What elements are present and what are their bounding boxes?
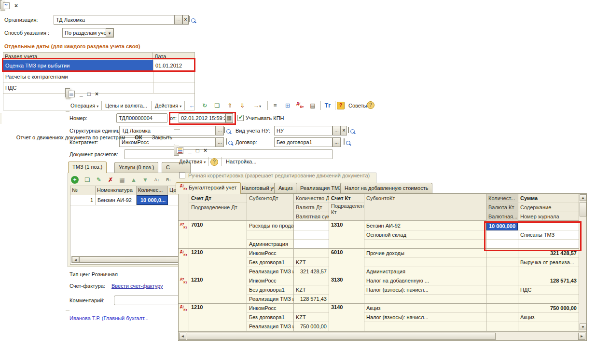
kt-subconto2[interactable]: Налог (взносы): начисл...: [364, 285, 486, 295]
scroll-thumb[interactable]: [580, 202, 586, 216]
hdr-kt-currency-amount[interactable]: Валютная...: [486, 212, 518, 221]
dt-subconto3[interactable]: Реализация ТМЗ и у...: [247, 267, 293, 276]
table-row[interactable]: НДС: [3, 82, 194, 94]
hdr-kt-department[interactable]: Подразделение Кт: [329, 203, 364, 216]
scroll-thumb[interactable]: [187, 333, 496, 340]
maximize-icon[interactable]: □: [87, 91, 91, 97]
kt-currency-cell[interactable]: [486, 258, 518, 267]
add-row-icon[interactable]: +: [71, 176, 79, 184]
kt-subconto3[interactable]: [364, 240, 486, 248]
template-icon[interactable]: Тг: [323, 101, 333, 110]
sum-cell[interactable]: 128 571,43: [518, 276, 579, 285]
sum-cell[interactable]: 321 428,57: [518, 249, 579, 258]
dt-qty-cell[interactable]: [294, 304, 329, 313]
tab-services[interactable]: Услуги (0 поз.): [114, 162, 158, 173]
copy-add-icon[interactable]: ❏: [212, 101, 222, 110]
sort-asc-icon[interactable]: А↓: [152, 175, 162, 185]
dt-subconto2[interactable]: Без договора1: [247, 313, 293, 322]
contract-search-icon[interactable]: [344, 138, 345, 145]
kt-currency-cell[interactable]: [486, 313, 518, 322]
content-cell[interactable]: Акциз: [518, 313, 579, 322]
nu-field[interactable]: НУ: [274, 126, 333, 135]
section-cell[interactable]: НДС: [3, 82, 153, 93]
dt-subconto2[interactable]: Без договора1: [247, 258, 293, 267]
dt-currency-cell[interactable]: KZT: [294, 285, 329, 295]
kt-curamount-cell[interactable]: [486, 240, 518, 248]
method-dropdown-icon[interactable]: [106, 28, 113, 37]
menu-operation[interactable]: Операция ▾: [69, 101, 100, 110]
close-icon[interactable]: ×: [95, 91, 98, 97]
advice-icon[interactable]: ?: [337, 102, 345, 109]
movement-row[interactable]: ДтКт 1210 ИнкомРоссБез договора1Реализац…: [179, 249, 579, 276]
help-icon[interactable]: ?: [367, 101, 374, 109]
sort-desc-icon[interactable]: Я↓: [164, 175, 173, 185]
doc-date-field[interactable]: 02.01.2012 15:59:22: [179, 113, 225, 123]
dt-subconto3[interactable]: Реализация ТМЗ и у...: [247, 295, 293, 303]
contractor-search-icon[interactable]: [226, 138, 227, 145]
copy-row-icon[interactable]: ❏: [83, 175, 92, 185]
journal-cell[interactable]: [518, 322, 579, 331]
hdr-quantity[interactable]: Количест...: [486, 194, 518, 203]
window-sales-titlebar[interactable]: Реализация ТМЗ и услуг: Реализация. Пров…: [66, 89, 70, 99]
delete-row-icon[interactable]: ✗: [106, 175, 115, 185]
kt-subconto1[interactable]: Акциз: [364, 304, 486, 313]
org-choose-button[interactable]: [174, 15, 182, 25]
dt-qty-cell[interactable]: [294, 221, 329, 230]
dt-account-cell[interactable]: 1210: [189, 249, 247, 276]
dt-subconto3[interactable]: Администрация: [247, 240, 293, 248]
kt-subconto2[interactable]: [364, 258, 486, 267]
scroll-down-icon[interactable]: ▼: [580, 324, 586, 330]
advice-label[interactable]: Советы: [347, 101, 369, 110]
contractor-choose-button[interactable]: [216, 137, 224, 147]
hdr-dt-department[interactable]: Подразделение Дт: [189, 203, 247, 212]
movements-hscrollbar[interactable]: ◄ ►: [179, 331, 586, 340]
calendar-icon[interactable]: [225, 113, 233, 123]
quantity-cell[interactable]: 10 000,000: [486, 221, 518, 230]
close-button[interactable]: Закрыть: [147, 132, 177, 143]
ok-button[interactable]: ОК: [130, 132, 147, 143]
dt-qty-cell[interactable]: [294, 276, 329, 285]
menu-actions[interactable]: Действия ▾: [153, 101, 183, 110]
col-header-date[interactable]: Дата: [153, 53, 194, 60]
dt-account-cell[interactable]: 7010: [189, 221, 247, 248]
kt-account-cell[interactable]: 3140: [329, 304, 364, 331]
post-document-icon[interactable]: ⇑: [225, 101, 235, 110]
kt-subconto1[interactable]: Налог на добавленную ...: [364, 276, 486, 285]
dt-subconto2[interactable]: Без договора1: [247, 285, 293, 295]
col-header-section[interactable]: Раздел учета: [3, 53, 153, 60]
kt-currency-cell[interactable]: [486, 230, 518, 240]
structure-icon[interactable]: ≡: [270, 101, 280, 110]
move-up-icon[interactable]: ▲: [129, 175, 139, 185]
dt-subconto2[interactable]: [247, 230, 293, 240]
nomenclature-cell[interactable]: Бензин АИ-92: [96, 195, 137, 205]
tab-excise[interactable]: Акциз: [274, 183, 297, 193]
dt-account-cell[interactable]: 1210: [189, 276, 247, 303]
quantity-cell[interactable]: [486, 249, 518, 258]
hdr-content[interactable]: Содержание: [518, 203, 579, 212]
col-header-nomenclature[interactable]: Номенклатура: [96, 186, 137, 195]
dt-subconto1[interactable]: ИнкомРосс: [247, 249, 293, 258]
col-header-quantity[interactable]: Количес...: [137, 186, 168, 195]
date-cell[interactable]: 01.01.2012: [153, 60, 194, 71]
sum-cell[interactable]: [518, 221, 579, 230]
manual-correction-checkbox[interactable]: [179, 172, 185, 178]
content-cell[interactable]: Списаны ТМЗ: [518, 230, 579, 240]
dt-curamount-cell[interactable]: 750 000,00: [294, 322, 329, 331]
dt-subconto1[interactable]: Расходы по продажа...: [247, 221, 293, 230]
quantity-cell[interactable]: [486, 276, 518, 285]
journal-cell[interactable]: [518, 295, 579, 303]
movement-row[interactable]: ДтКт 1210 ИнкомРоссБез договора1Реализац…: [179, 276, 579, 304]
kt-account-cell[interactable]: 6010: [329, 249, 364, 276]
window-date-titlebar[interactable]: Дата актуальности учета: Дата актуальнос…: [0, 0, 5, 11]
kt-curamount-cell[interactable]: [486, 295, 518, 303]
invoice-link[interactable]: Ввести счет-фактуру: [111, 281, 163, 291]
number-field[interactable]: ТДЛ00000004: [116, 113, 167, 123]
tab-tmz-sales[interactable]: Реализация ТМЗ: [296, 183, 347, 193]
hdr-dt-account[interactable]: Счет Дт: [189, 194, 247, 203]
maximize-icon[interactable]: □: [196, 147, 199, 154]
kt-subconto1[interactable]: Бензин АИ-92: [364, 221, 486, 230]
sum-cell[interactable]: 750 000,00: [518, 304, 579, 313]
scroll-left-icon[interactable]: ◄: [72, 256, 79, 263]
edit-row-icon[interactable]: ✎: [94, 175, 104, 185]
quantity-cell[interactable]: [486, 304, 518, 313]
